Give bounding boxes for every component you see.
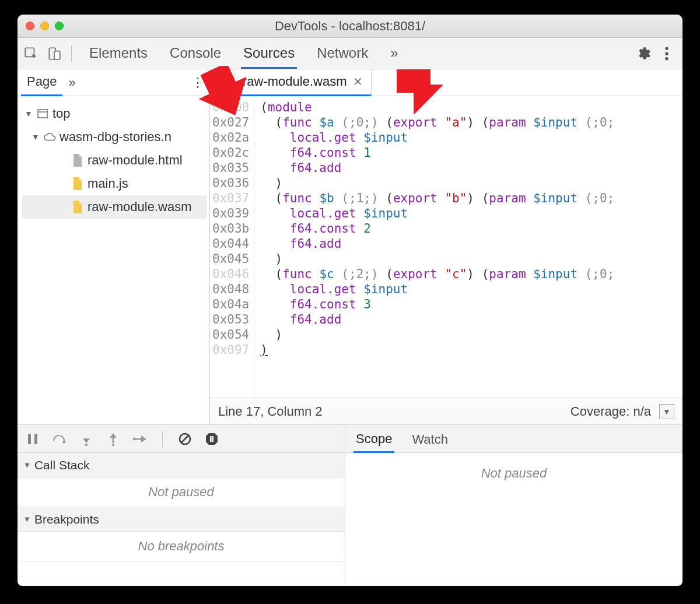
tree-top-frame[interactable]: ▼ top [22, 102, 207, 125]
tree-file[interactable]: raw-module.html [22, 149, 207, 172]
upper-split: Page » ⋮ ▼ top ▼ [18, 69, 682, 425]
navigator-more-icon[interactable]: » [62, 70, 81, 96]
panel-tabs: Elements Console Sources Network » [87, 38, 401, 69]
step-over-icon[interactable] [51, 431, 68, 447]
svg-point-17 [85, 443, 88, 445]
coverage-toggle-icon[interactable]: ▼ [659, 404, 674, 419]
tab-sources[interactable]: Sources [241, 38, 297, 69]
code-lines[interactable]: (module (func $a (;0;) (export "a") (par… [254, 96, 614, 398]
more-tabs-icon[interactable]: » [388, 38, 400, 69]
tab-console[interactable]: Console [167, 38, 223, 69]
callstack-body: Not paused [18, 477, 345, 507]
svg-rect-2 [54, 51, 60, 59]
pause-icon[interactable] [24, 431, 41, 447]
code-editor[interactable]: 0x000 0x027 0x02a 0x02c 0x035 0x036 0x03… [210, 96, 682, 398]
file-tree: ▼ top ▼ wasm-dbg-stories.n [18, 96, 209, 222]
svg-rect-6 [38, 110, 47, 118]
disclosure-down-icon: ▼ [23, 515, 31, 524]
frame-icon [36, 107, 49, 120]
tab-elements[interactable]: Elements [87, 38, 150, 69]
cloud-icon [43, 131, 56, 143]
navigator-pane: Page » ⋮ ▼ top ▼ [18, 69, 210, 424]
coverage-label: Coverage: n/a [570, 404, 651, 419]
tab-watch[interactable]: Watch [410, 426, 450, 452]
editor-tab[interactable]: raw-module.wasm ✕ [235, 69, 372, 96]
svg-rect-13 [28, 434, 31, 444]
svg-point-20 [112, 443, 115, 445]
svg-rect-19 [113, 437, 114, 443]
svg-marker-21 [141, 436, 146, 443]
pause-on-exceptions-icon[interactable] [204, 431, 220, 447]
svg-marker-8 [397, 69, 443, 115]
svg-point-5 [665, 57, 668, 59]
svg-marker-16 [83, 438, 90, 443]
svg-marker-18 [110, 433, 117, 438]
tree-label: raw-module.wasm [88, 196, 192, 217]
tab-scope[interactable]: Scope [354, 425, 394, 453]
editor-pane: raw-module.wasm ✕ 0x000 0x027 0x02a 0x02… [210, 69, 682, 424]
editor-tab-label: raw-module.wasm [243, 74, 347, 89]
svg-point-3 [665, 47, 668, 50]
titlebar: DevTools - localhost:8081/ [18, 15, 682, 38]
svg-line-24 [181, 435, 189, 443]
editor-status-bar: Line 17, Column 2 Coverage: n/a ▼ [210, 398, 682, 424]
line-gutter: 0x000 0x027 0x02a 0x02c 0x035 0x036 0x03… [210, 96, 254, 398]
debugger-toolbar [18, 425, 345, 453]
tree-label: top [52, 103, 71, 124]
cursor-position: Line 17, Column 2 [218, 404, 323, 419]
scope-body: Not paused [345, 453, 682, 586]
kebab-menu-icon[interactable] [657, 44, 677, 64]
breakpoints-header[interactable]: ▼ Breakpoints [18, 507, 345, 532]
file-wasm-icon [71, 201, 84, 213]
separator [162, 431, 163, 447]
editor-tabs: raw-module.wasm ✕ [210, 69, 682, 96]
tree-label: main.js [88, 173, 128, 194]
file-icon [71, 154, 84, 167]
disclosure-down-icon: ▼ [24, 103, 33, 124]
svg-point-15 [63, 440, 66, 443]
breakpoints-body: No breakpoints [18, 532, 345, 561]
devtools-toolbar: Elements Console Sources Network » [18, 38, 682, 69]
tree-label: raw-module.html [88, 150, 183, 171]
file-js-icon [71, 177, 84, 190]
debugger-pane: ▼ Call Stack Not paused ▼ Breakpoints No… [18, 425, 682, 586]
window-title: DevTools - localhost:8081/ [18, 19, 682, 34]
svg-point-4 [665, 52, 668, 55]
callstack-header[interactable]: ▼ Call Stack [18, 453, 345, 477]
gear-icon[interactable] [634, 44, 653, 64]
disclosure-down-icon: ▼ [23, 461, 31, 469]
svg-rect-25 [210, 436, 212, 442]
annotation-arrow-icon [397, 69, 443, 116]
inspect-element-icon[interactable] [21, 44, 41, 64]
step-icon[interactable] [132, 431, 148, 447]
navigator-tabs: Page » ⋮ [18, 69, 209, 96]
debugger-right: Scope Watch Not paused [345, 425, 682, 586]
tree-label: wasm-dbg-stories.n [60, 127, 172, 148]
annotation-arrow-icon [198, 66, 254, 118]
deactivate-breakpoints-icon[interactable] [177, 431, 193, 447]
svg-point-22 [133, 437, 136, 440]
svg-marker-9 [198, 66, 254, 118]
svg-rect-26 [212, 436, 214, 442]
disclosure-down-icon: ▼ [32, 127, 40, 148]
step-out-icon[interactable] [105, 431, 121, 447]
svg-rect-14 [34, 434, 37, 444]
callstack-title: Call Stack [34, 458, 90, 472]
separator [71, 45, 72, 62]
breakpoints-title: Breakpoints [34, 512, 99, 526]
tree-file[interactable]: main.js [22, 172, 207, 195]
debugger-left: ▼ Call Stack Not paused ▼ Breakpoints No… [18, 425, 345, 586]
navigator-tab-page[interactable]: Page [21, 69, 62, 96]
device-toolbar-icon[interactable] [44, 44, 64, 64]
tab-network[interactable]: Network [314, 38, 370, 69]
scope-watch-tabs: Scope Watch [345, 425, 682, 453]
tree-origin[interactable]: ▼ wasm-dbg-stories.n [22, 125, 207, 149]
devtools-window: DevTools - localhost:8081/ Elements Cons… [18, 15, 682, 586]
close-tab-icon[interactable]: ✕ [353, 75, 363, 89]
content: Page » ⋮ ▼ top ▼ [18, 69, 682, 586]
tree-file[interactable]: raw-module.wasm [22, 195, 207, 219]
step-into-icon[interactable] [78, 431, 94, 447]
